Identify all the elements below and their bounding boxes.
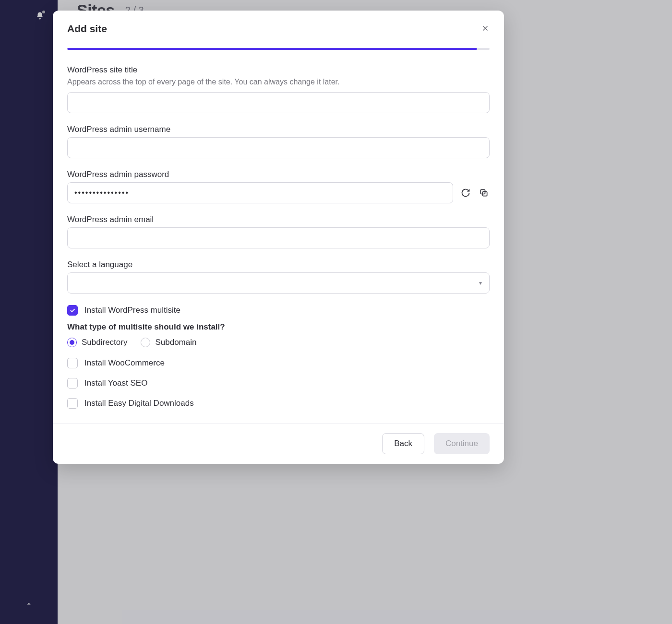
site-title-help: Appears across the top of every page of … <box>67 78 490 86</box>
multisite-checkbox-label: Install WordPress multisite <box>84 306 180 315</box>
site-title-label: WordPress site title <box>67 65 490 75</box>
admin-password-input[interactable] <box>67 182 453 203</box>
back-button[interactable]: Back <box>382 433 424 454</box>
yoast-checkbox-label: Install Yoast SEO <box>84 378 147 388</box>
subdomain-radio-label: Subdomain <box>155 338 196 347</box>
woocommerce-checkbox[interactable] <box>67 358 78 368</box>
admin-email-input[interactable] <box>67 227 490 248</box>
admin-password-label: WordPress admin password <box>67 170 490 179</box>
subdomain-radio[interactable] <box>141 338 150 347</box>
admin-username-input[interactable] <box>67 137 490 158</box>
language-label: Select a language <box>67 260 490 270</box>
regenerate-password-icon[interactable] <box>460 187 471 199</box>
language-select[interactable] <box>67 272 490 294</box>
site-title-input[interactable] <box>67 92 490 113</box>
edd-checkbox[interactable] <box>67 398 78 409</box>
subdirectory-radio-label: Subdirectory <box>82 338 127 347</box>
multisite-type-question: What type of multisite should we install… <box>67 322 490 332</box>
admin-username-label: WordPress admin username <box>67 125 490 134</box>
yoast-checkbox[interactable] <box>67 378 78 389</box>
admin-email-label: WordPress admin email <box>67 215 490 224</box>
add-site-modal: Add site WordPress site title Appears ac… <box>53 11 504 464</box>
edd-checkbox-label: Install Easy Digital Downloads <box>84 399 194 408</box>
progress-bar <box>67 48 490 50</box>
continue-button[interactable]: Continue <box>434 433 490 454</box>
close-icon[interactable] <box>481 24 490 34</box>
modal-title: Add site <box>67 23 107 35</box>
copy-password-icon[interactable] <box>478 187 490 199</box>
woocommerce-checkbox-label: Install WooCommerce <box>84 358 165 368</box>
subdirectory-radio[interactable] <box>67 338 77 347</box>
multisite-checkbox[interactable] <box>67 305 78 316</box>
